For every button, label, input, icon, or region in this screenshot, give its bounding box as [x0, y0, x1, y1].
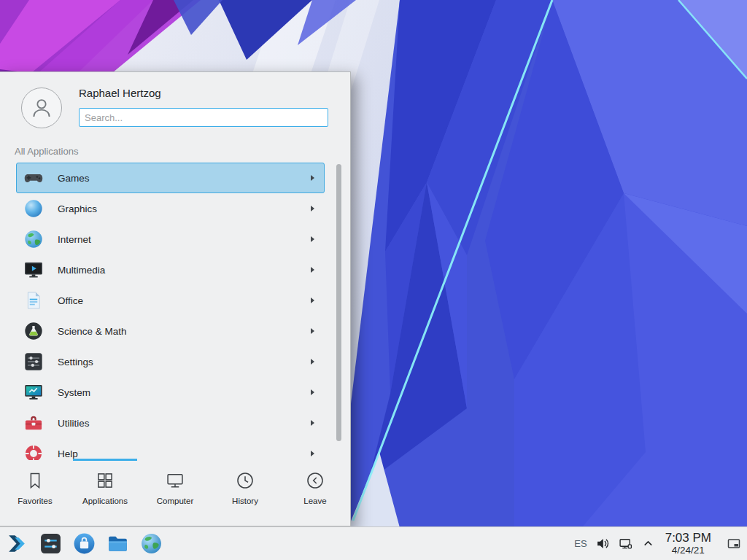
- submenu-arrow-icon: [311, 389, 314, 395]
- scrollbar[interactable]: [336, 164, 341, 441]
- desktop: Raphael Hertzog All Applications Games: [0, 0, 747, 560]
- category-item-multimedia[interactable]: Multimedia: [16, 254, 325, 285]
- category-label: Office: [58, 295, 83, 306]
- category-item-office[interactable]: Office: [16, 285, 325, 316]
- computer-icon: [165, 470, 185, 491]
- show-desktop-button[interactable]: [724, 529, 743, 559]
- application-launcher-menu: Raphael Hertzog All Applications Games: [0, 71, 351, 526]
- kickoff-launcher-icon[interactable]: [5, 532, 29, 556]
- category-label: Help: [58, 448, 78, 459]
- tab-label: Computer: [157, 497, 194, 505]
- sphere-icon: [23, 198, 44, 219]
- bookmark-icon: [25, 470, 45, 491]
- taskbar: ES 7:03 PM 4/24/21: [0, 526, 747, 560]
- category-item-help[interactable]: Help: [16, 438, 325, 460]
- document-icon: [23, 290, 44, 311]
- network-icon[interactable]: [619, 537, 632, 551]
- category-item-science-math[interactable]: Science & Math: [16, 316, 325, 346]
- submenu-arrow-icon: [311, 451, 314, 456]
- globe-icon: [23, 229, 44, 249]
- category-label: Utilities: [58, 418, 90, 429]
- clock-icon: [235, 470, 255, 491]
- category-item-settings[interactable]: Settings: [16, 346, 325, 377]
- submenu-arrow-icon: [311, 420, 314, 426]
- submenu-arrow-icon: [311, 236, 314, 242]
- discover-icon[interactable]: [72, 532, 96, 556]
- user-avatar: [21, 88, 62, 128]
- web-browser-icon[interactable]: [139, 532, 163, 556]
- tab-applications[interactable]: Applications: [70, 461, 140, 527]
- system-tray: ES 7:03 PM 4/24/21: [574, 527, 743, 560]
- clock-date: 4/24/21: [665, 545, 711, 556]
- tab-favorites[interactable]: Favorites: [0, 461, 70, 527]
- submenu-arrow-icon: [311, 328, 314, 334]
- category-item-system[interactable]: System: [16, 377, 325, 408]
- tab-label: Leave: [303, 497, 326, 505]
- gamepad-icon: [23, 168, 44, 188]
- system-settings-icon[interactable]: [39, 532, 63, 556]
- monitor-play-icon: [23, 260, 44, 280]
- category-item-graphics[interactable]: Graphics: [16, 193, 325, 224]
- show-desktop-icon: [727, 537, 741, 551]
- tray-expand-icon[interactable]: [641, 537, 655, 551]
- tab-history[interactable]: History: [210, 461, 280, 527]
- grid-icon: [95, 470, 115, 491]
- category-item-utilities[interactable]: Utilities: [16, 408, 325, 438]
- tab-leave[interactable]: Leave: [280, 461, 350, 527]
- person-icon: [29, 96, 54, 120]
- category-label: System: [58, 387, 90, 398]
- sliders-icon: [23, 351, 44, 372]
- category-label: Multimedia: [58, 265, 105, 276]
- category-label: Internet: [58, 234, 91, 245]
- submenu-arrow-icon: [311, 267, 314, 273]
- lifebuoy-icon: [23, 443, 44, 460]
- tab-label: History: [232, 497, 258, 505]
- search-input[interactable]: [79, 108, 328, 127]
- tab-label: Favorites: [18, 497, 52, 505]
- keyboard-layout-indicator[interactable]: ES: [574, 538, 587, 549]
- launcher-tabbar: Favorites Applications Computer History: [0, 461, 350, 527]
- file-manager-icon[interactable]: [106, 532, 130, 556]
- category-label: Settings: [58, 357, 93, 368]
- category-list: Games Graphics: [16, 163, 325, 460]
- category-label: Games: [58, 173, 90, 184]
- category-label: Science & Math: [58, 326, 127, 337]
- clock-time: 7:03 PM: [665, 531, 711, 545]
- leave-icon: [305, 470, 325, 491]
- category-item-internet[interactable]: Internet: [16, 224, 325, 254]
- category-label: Graphics: [58, 203, 97, 214]
- category-item-games[interactable]: Games: [16, 163, 325, 193]
- digital-clock[interactable]: 7:03 PM 4/24/21: [664, 531, 713, 556]
- taskbar-apps: [5, 527, 163, 560]
- toolbox-icon: [23, 413, 44, 433]
- user-name: Raphael Hertzog: [79, 87, 161, 99]
- tab-computer[interactable]: Computer: [140, 461, 210, 527]
- submenu-arrow-icon: [311, 206, 314, 211]
- submenu-arrow-icon: [311, 359, 314, 365]
- section-label: All Applications: [15, 146, 78, 157]
- system-monitor-icon: [23, 382, 44, 402]
- submenu-arrow-icon: [311, 298, 314, 303]
- flask-icon: [23, 321, 44, 341]
- volume-icon[interactable]: [596, 537, 610, 551]
- submenu-arrow-icon: [311, 175, 314, 181]
- tab-label: Applications: [82, 497, 128, 505]
